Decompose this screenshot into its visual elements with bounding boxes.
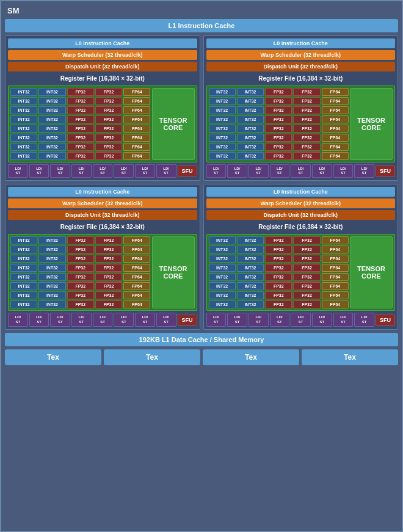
ld-st-cell: LD/ST [71,313,92,326]
ld-st-cell: LD/ST [312,164,332,178]
int32-cell: INT32 [237,106,264,114]
ld-st-cell: LD/ST [156,313,176,326]
row-3-6: INT32 INT32 FP32 FP32 FP64 [209,291,349,299]
row-1-5: INT32 INT32 FP32 FP32 FP64 [209,134,349,142]
tex-unit-1: Tex [104,349,200,365]
core-area-2: INT32 INT32 FP32 FP32 FP64 INT32 INT32 F… [8,234,197,311]
fp32-cell: FP32 [265,115,292,123]
int32-cell: INT32 [10,236,37,244]
fp32-cell: FP32 [265,291,292,299]
row-2-6: INT32 INT32 FP32 FP32 FP64 [10,291,151,299]
fp32-cell: FP32 [67,255,94,263]
int32-cell: INT32 [237,97,264,105]
fp64-cell: FP64 [322,273,349,281]
row-3-0: INT32 INT32 FP32 FP32 FP64 [209,236,349,244]
ld-st-cell: LD/ST [8,164,28,178]
int32-cell: INT32 [209,273,236,281]
row-3-2: INT32 INT32 FP32 FP32 FP64 [209,255,349,263]
fp32-cell: FP32 [293,282,320,290]
fp32-cell: FP32 [95,246,122,253]
fp32-cell: FP32 [67,97,94,105]
ld-st-cell: LD/ST [29,164,49,178]
fp32-cell: FP32 [293,88,320,96]
core-grid-2: INT32 INT32 FP32 FP32 FP64 INT32 INT32 F… [10,236,151,308]
int32-cell: INT32 [38,152,65,160]
int32-cell: INT32 [10,88,37,96]
core-row-main-3: INT32 INT32 FP32 FP32 FP64 INT32 INT32 F… [209,236,393,308]
row-1-2: INT32 INT32 FP32 FP32 FP64 [209,106,349,114]
int32-cell: INT32 [209,97,236,105]
l0-cache-2: L0 Instruction Cache [8,187,197,197]
int32-cell: INT32 [38,282,65,290]
fp32-cell: FP32 [293,264,320,272]
row-0-2: INT32 INT32 FP32 FP32 FP64 [10,106,151,114]
fp32-cell: FP32 [265,125,292,133]
int32-cell: INT32 [209,106,236,114]
fp32-cell: FP32 [293,106,320,114]
fp32-cell: FP32 [67,291,94,299]
fp32-cell: FP32 [95,291,122,299]
row-1-0: INT32 INT32 FP32 FP32 FP64 [209,88,349,96]
ld-st-cell: LD/ST [312,313,332,326]
row-2-0: INT32 INT32 FP32 FP32 FP64 [10,236,151,244]
row-3-1: INT32 INT32 FP32 FP32 FP64 [209,246,349,253]
core-area-3: INT32 INT32 FP32 FP32 FP64 INT32 INT32 F… [206,234,396,311]
int32-cell: INT32 [209,236,236,244]
fp64-cell: FP64 [322,88,349,96]
row-3-4: INT32 INT32 FP32 FP32 FP64 [209,273,349,281]
fp32-cell: FP32 [67,134,94,142]
int32-cell: INT32 [10,246,37,253]
fp64-cell: FP64 [322,125,349,133]
tensor-core-3: TENSOR CORE [350,236,393,308]
bottom-row-0: LD/ST LD/ST LD/ST LD/ST LD/ST LD/ST LD/S… [8,164,197,178]
fp32-cell: FP32 [265,97,292,105]
fp64-cell: FP64 [322,97,349,105]
tex-unit-2: Tex [203,349,299,365]
fp32-cell: FP32 [293,143,320,151]
fp32-cell: FP32 [293,291,320,299]
warp-scheduler-1: Warp Scheduler (32 thread/clk) [206,50,396,60]
fp32-cell: FP32 [95,143,122,151]
l0-cache-0: L0 Instruction Cache [8,38,197,48]
int32-cell: INT32 [237,115,264,123]
int32-cell: INT32 [209,115,236,123]
fp64-cell: FP64 [123,134,150,142]
l0-cache-1: L0 Instruction Cache [206,38,396,48]
ld-st-cell: LD/ST [114,313,134,326]
core-grid-0: INT32 INT32 FP32 FP32 FP64 INT32 INT32 F… [10,88,151,160]
fp32-cell: FP32 [95,301,122,308]
int32-cell: INT32 [38,97,65,105]
int32-cell: INT32 [38,125,65,133]
int32-cell: INT32 [10,134,37,142]
fp64-cell: FP64 [123,301,150,308]
row-1-1: INT32 INT32 FP32 FP32 FP64 [209,97,349,105]
bottom-row-1: LD/ST LD/ST LD/ST LD/ST LD/ST LD/ST LD/S… [206,164,396,178]
ld-st-cell: LD/ST [354,313,374,326]
int32-cell: INT32 [237,264,264,272]
fp64-cell: FP64 [322,282,349,290]
row-3-5: INT32 INT32 FP32 FP32 FP64 [209,282,349,290]
fp64-cell: FP64 [123,246,150,253]
ld-st-cell: LD/ST [93,164,113,178]
tex-grid: Tex Tex Tex Tex [5,349,398,365]
core-grid-3: INT32 INT32 FP32 FP32 FP64 INT32 INT32 F… [209,236,349,308]
ld-st-cell: LD/ST [206,164,227,178]
ld-st-cell: LD/ST [270,313,290,326]
ld-st-cell: LD/ST [227,164,247,178]
fp32-cell: FP32 [67,88,94,96]
fp32-cell: FP32 [95,125,122,133]
fp64-cell: FP64 [322,115,349,123]
row-0-3: INT32 INT32 FP32 FP32 FP64 [10,115,151,123]
row-3-3: INT32 INT32 FP32 FP32 FP64 [209,264,349,272]
l1-data-cache: 192KB L1 Data Cache / Shared Memory [5,333,398,346]
ld-st-cell: LD/ST [8,313,28,326]
sm-title: SM [5,5,398,16]
int32-cell: INT32 [237,282,264,290]
quad-grid: L0 Instruction Cache Warp Scheduler (32 … [5,35,398,330]
l0-cache-3: L0 Instruction Cache [206,187,396,197]
fp32-cell: FP32 [265,282,292,290]
sub-unit-0: L0 Instruction Cache Warp Scheduler (32 … [5,35,200,181]
sub-unit-3: L0 Instruction Cache Warp Scheduler (32 … [203,184,399,329]
int32-cell: INT32 [10,152,37,160]
tensor-core-2: TENSOR CORE [152,236,195,308]
